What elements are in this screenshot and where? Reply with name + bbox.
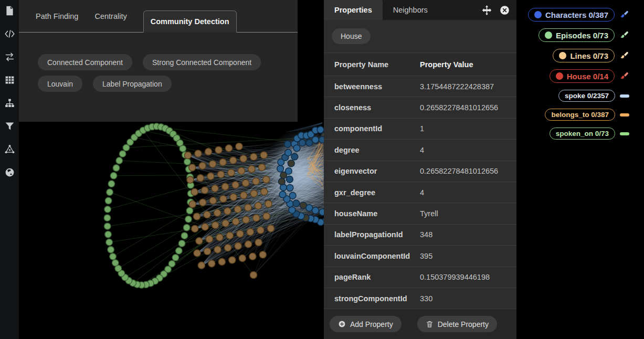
tab-centrality[interactable]: Centrality [94, 12, 126, 20]
algorithm-tab-bar: Path Finding Centrality Community Detect… [19, 0, 298, 33]
edge-style-icon[interactable] [620, 94, 629, 98]
paintbrush-icon[interactable] [619, 30, 629, 40]
house-label-chip[interactable]: House [332, 28, 371, 44]
node-color-dot [559, 52, 566, 59]
edge-style-icon[interactable] [620, 113, 629, 116]
property-value-cell: 330 [420, 294, 432, 303]
property-name-cell: eigenvector [334, 167, 420, 175]
property-name-cell: houseName [334, 209, 420, 218]
code-icon[interactable] [3, 27, 16, 40]
node-color-dot [545, 31, 552, 39]
property-row[interactable]: louvainComponentId 395 [324, 245, 516, 266]
column-property-name: Property Name [334, 60, 420, 69]
label-propagation-button[interactable]: Label Propagation [93, 76, 172, 92]
legend-item-characters: Characters 0/387 [528, 8, 629, 22]
swap-arrows-icon[interactable] [3, 50, 16, 63]
legend-label: belongs_to 0/387 [551, 111, 609, 119]
selected-label-section: House [324, 20, 516, 52]
property-row[interactable]: houseName Tyrell [324, 203, 516, 224]
legend-label: spoke 0/2357 [565, 92, 609, 100]
legend-item-episodes: Episodes 0/73 [539, 28, 629, 42]
strong-connected-component-button[interactable]: Strong Connected Component [143, 54, 261, 70]
globe-icon[interactable] [3, 166, 16, 178]
property-value-cell: 0.150379939446198 [420, 273, 490, 281]
delete-property-label: Delete Property [438, 320, 489, 329]
connected-component-button[interactable]: Connected Component [38, 54, 132, 70]
property-row[interactable]: degree 4 [324, 139, 516, 160]
properties-tab-bar: Properties Neighbors [324, 0, 516, 20]
legend-item-spoken-on: spoken_on 0/73 [550, 128, 629, 140]
legend-label: Lines 0/73 [570, 51, 608, 60]
trash-icon [426, 320, 434, 328]
property-name-cell: labelPropagationId [334, 230, 420, 239]
document-icon[interactable] [3, 4, 16, 17]
property-value-cell: 0.26582278481012656 [420, 167, 498, 175]
tab-community-detection[interactable]: Community Detection [143, 10, 237, 33]
legend-item-spoke: spoke 0/2357 [558, 90, 629, 102]
add-property-button[interactable]: Add Property [330, 316, 402, 332]
property-row[interactable]: closeness 0.26582278481012656 [324, 97, 516, 118]
legend-pill-characters[interactable]: Characters 0/387 [528, 8, 615, 22]
property-value-cell: Tyrell [420, 209, 438, 218]
paintbrush-icon[interactable] [619, 51, 629, 61]
property-name-cell: componentId [334, 124, 420, 133]
property-row[interactable]: betweenness 3.1754487222428387 [324, 76, 516, 97]
table-icon[interactable] [3, 73, 16, 86]
legend-item-house: House 0/14 [550, 69, 629, 83]
paintbrush-icon[interactable] [619, 10, 629, 20]
property-row[interactable]: labelPropagationId 348 [324, 224, 516, 245]
legend-item-belongs-to: belongs_to 0/387 [545, 109, 629, 121]
node-color-dot [534, 11, 542, 18]
legend-pill-episodes[interactable]: Episodes 0/73 [539, 28, 615, 42]
hierarchy-icon[interactable] [3, 97, 16, 109]
property-name-cell: pageRank [334, 273, 420, 281]
node-color-dot [556, 72, 563, 80]
add-property-label: Add Property [350, 320, 393, 329]
tab-path-finding[interactable]: Path Finding [36, 12, 78, 20]
property-name-cell: louvainComponentId [334, 252, 420, 260]
legend-pill-spoken-on[interactable]: spoken_on 0/73 [550, 128, 615, 140]
property-row[interactable]: componentId 1 [324, 118, 516, 139]
property-name-cell: closeness [334, 103, 420, 112]
legend-label: House 0/14 [567, 72, 608, 81]
legend-pill-house[interactable]: House 0/14 [550, 69, 615, 83]
triangle-network-icon[interactable] [3, 143, 16, 155]
legend-pill-spoke[interactable]: spoke 0/2357 [558, 90, 615, 102]
property-value-cell: 395 [420, 252, 432, 260]
column-property-value: Property Value [420, 60, 473, 69]
graph-legend: Characters 0/387 Episodes 0/73 Lines 0/7… [516, 0, 644, 140]
left-icon-rail [0, 0, 19, 339]
edge-style-icon[interactable] [620, 132, 629, 135]
properties-panel: Properties Neighbors House Property Name… [324, 0, 516, 339]
tab-neighbors[interactable]: Neighbors [383, 0, 438, 20]
property-table-header: Property Name Property Value [324, 52, 516, 76]
property-name-cell: betweenness [334, 82, 420, 91]
tab-properties[interactable]: Properties [324, 0, 383, 20]
filter-icon[interactable] [3, 120, 16, 132]
legend-label: spoken_on 0/73 [556, 130, 609, 137]
legend-label: Characters 0/387 [545, 10, 608, 19]
legend-pill-lines[interactable]: Lines 0/73 [553, 49, 615, 62]
property-row[interactable]: strongComponentId 330 [324, 288, 516, 309]
property-row[interactable]: eigenvector 0.26582278481012656 [324, 161, 516, 182]
algorithm-button-group: Connected Component Strong Connected Com… [19, 33, 287, 92]
property-row[interactable]: pageRank 0.150379939446198 [324, 267, 516, 288]
property-value-cell: 4 [420, 188, 424, 197]
move-panel-icon[interactable] [481, 4, 492, 16]
close-panel-icon[interactable] [499, 4, 510, 16]
legend-item-lines: Lines 0/73 [553, 49, 629, 62]
louvain-button[interactable]: Louvain [38, 76, 82, 92]
property-name-cell: gxr_degree [334, 188, 420, 197]
paintbrush-icon[interactable] [619, 71, 629, 81]
property-value-cell: 348 [420, 230, 432, 239]
property-row[interactable]: gxr_degree 4 [324, 182, 516, 203]
property-name-cell: degree [334, 146, 420, 154]
property-value-cell: 1 [420, 124, 424, 133]
add-icon [338, 320, 346, 328]
property-value-cell: 0.26582278481012656 [420, 103, 498, 112]
property-value-cell: 4 [420, 146, 424, 154]
algorithms-panel: Path Finding Centrality Community Detect… [19, 0, 298, 122]
legend-label: Episodes 0/73 [556, 31, 608, 40]
legend-pill-belongs-to[interactable]: belongs_to 0/387 [545, 109, 615, 121]
delete-property-button[interactable]: Delete Property [417, 316, 497, 332]
